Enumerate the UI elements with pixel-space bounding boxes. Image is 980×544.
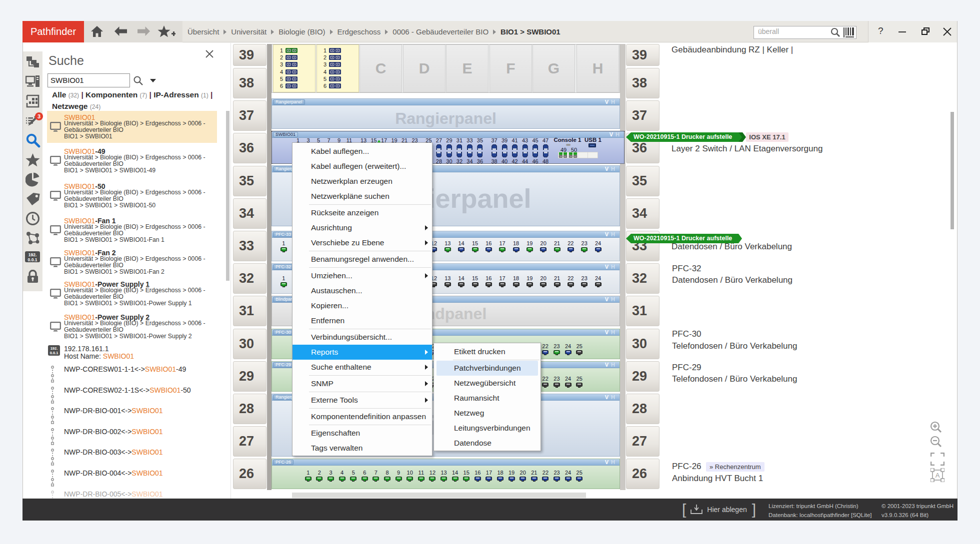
svg-text:A: A <box>936 472 940 479</box>
